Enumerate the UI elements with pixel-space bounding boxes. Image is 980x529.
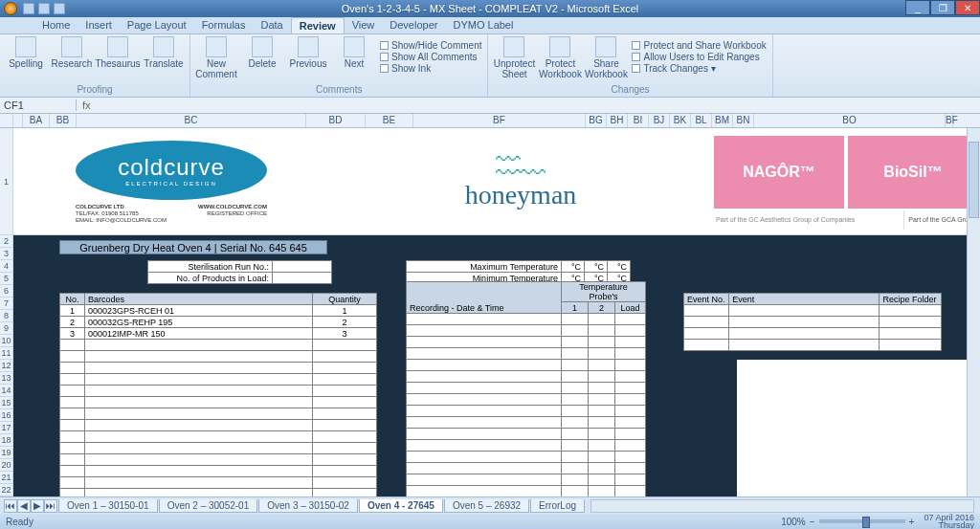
table-row[interactable] xyxy=(407,440,646,452)
column-header[interactable]: BM xyxy=(712,114,733,127)
table-row[interactable] xyxy=(60,466,377,477)
row-header[interactable]: 20 xyxy=(0,459,13,472)
tab-insert[interactable]: Insert xyxy=(78,17,120,33)
table-row[interactable] xyxy=(60,386,377,397)
row-header[interactable]: 5 xyxy=(0,273,13,285)
table-row[interactable]: 3000012IMP-MR 1503 xyxy=(60,328,377,340)
minimize-button[interactable]: _ xyxy=(905,0,930,15)
tab-prev-icon[interactable]: ◀ xyxy=(17,499,31,513)
share-workbook-button[interactable]: Share Workbook xyxy=(586,36,626,79)
maximize-button[interactable]: ❐ xyxy=(930,0,955,15)
column-header[interactable]: BD xyxy=(306,114,366,127)
new-comment-button[interactable]: New Comment xyxy=(196,36,236,79)
sterilisation-value[interactable] xyxy=(273,261,332,273)
row-header[interactable]: 4 xyxy=(0,260,13,273)
row-header[interactable]: 6 xyxy=(0,285,13,298)
row-header[interactable]: 10 xyxy=(0,335,13,347)
column-header[interactable]: BC xyxy=(77,114,306,127)
translate-button[interactable]: Translate xyxy=(144,36,184,69)
allow-edits-option[interactable]: Allow Users to Edit Ranges xyxy=(632,52,766,62)
tab-formulas[interactable]: Formulas xyxy=(194,17,254,33)
table-row[interactable] xyxy=(60,477,377,489)
column-header[interactable]: BJ xyxy=(649,114,670,127)
column-header[interactable]: BI xyxy=(628,114,649,127)
tab-dymo[interactable]: DYMO Label xyxy=(445,17,521,33)
row-header[interactable]: 9 xyxy=(0,322,13,335)
unprotect-sheet-button[interactable]: Unprotect Sheet xyxy=(494,36,534,79)
table-row[interactable] xyxy=(60,420,377,431)
protect-workbook-button[interactable]: Protect Workbook xyxy=(540,36,580,79)
zoom-slider[interactable] xyxy=(819,519,905,523)
table-row[interactable] xyxy=(60,351,377,363)
delete-comment-button[interactable]: Delete xyxy=(242,36,282,79)
showhide-comment-option[interactable]: Show/Hide Comment xyxy=(380,40,481,51)
column-header[interactable]: BB xyxy=(50,114,77,127)
table-row[interactable]: 1000023GPS-RCEH 011 xyxy=(60,305,377,317)
tab-home[interactable]: Home xyxy=(34,17,78,33)
row-header[interactable]: 7 xyxy=(0,298,13,310)
sheet-tab[interactable]: Oven 3 – 30150-02 xyxy=(258,499,358,513)
name-box[interactable]: CF1 xyxy=(0,99,77,111)
select-all-cell[interactable] xyxy=(0,114,13,127)
fx-icon[interactable]: fx xyxy=(77,99,97,111)
column-header[interactable]: BH xyxy=(607,114,628,127)
table-row[interactable] xyxy=(407,314,646,325)
sheet-tab[interactable]: Oven 5 – 26932 xyxy=(444,499,529,513)
row-header[interactable]: 18 xyxy=(0,434,13,447)
tab-view[interactable]: View xyxy=(345,17,383,33)
thesaurus-button[interactable]: Thesaurus xyxy=(98,36,138,69)
tab-developer[interactable]: Developer xyxy=(382,17,445,33)
close-button[interactable]: ✕ xyxy=(955,0,980,15)
column-header[interactable]: BK xyxy=(670,114,691,127)
table-row[interactable] xyxy=(407,360,646,371)
row-header[interactable]: 17 xyxy=(0,422,13,434)
column-header[interactable]: BN xyxy=(733,114,754,127)
table-row[interactable] xyxy=(407,383,646,394)
showall-comments-option[interactable]: Show All Comments xyxy=(380,52,481,62)
column-header[interactable]: BL xyxy=(691,114,712,127)
column-header[interactable]: BG xyxy=(586,114,607,127)
next-comment-button[interactable]: Next xyxy=(334,36,374,79)
horizontal-scrollbar[interactable] xyxy=(590,499,974,513)
sheet-tab[interactable]: ErrorLog xyxy=(530,499,585,513)
row-header[interactable]: 15 xyxy=(0,397,13,409)
table-row[interactable] xyxy=(60,454,377,466)
zoom-out-icon[interactable]: − xyxy=(810,517,815,527)
table-row[interactable] xyxy=(407,463,646,474)
tab-review[interactable]: Review xyxy=(291,17,345,33)
row-header[interactable]: 3 xyxy=(0,248,13,260)
tab-next-icon[interactable]: ▶ xyxy=(31,499,44,513)
table-row[interactable] xyxy=(60,408,377,420)
table-row[interactable] xyxy=(407,406,646,417)
table-row[interactable] xyxy=(60,397,377,408)
tab-data[interactable]: Data xyxy=(253,17,290,33)
table-row[interactable] xyxy=(60,443,377,454)
products-value[interactable] xyxy=(273,273,332,284)
sheet-content[interactable]: coldcurve ELECTRICAL DESIGN COLDCURVE LT… xyxy=(13,128,980,511)
spelling-button[interactable]: Spelling xyxy=(6,36,46,69)
tab-page-layout[interactable]: Page Layout xyxy=(120,17,194,33)
table-row[interactable] xyxy=(407,325,646,337)
column-header[interactable]: BF xyxy=(413,114,586,127)
row-header[interactable]: 8 xyxy=(0,310,13,322)
sheet-tab[interactable]: Oven 4 - 27645 xyxy=(359,499,443,513)
column-header[interactable]: BA xyxy=(23,114,50,127)
table-row[interactable]: 2000032GS-REHP 1952 xyxy=(60,317,377,328)
sheet-tab[interactable]: Oven 2 – 30052-01 xyxy=(159,499,258,513)
table-row[interactable] xyxy=(407,429,646,440)
table-row[interactable] xyxy=(60,431,377,443)
row-header[interactable]: 1 xyxy=(0,128,13,235)
column-header[interactable]: BO xyxy=(754,114,946,127)
sheet-tab[interactable]: Oven 1 – 30150-01 xyxy=(58,499,158,513)
showink-option[interactable]: Show Ink xyxy=(380,63,481,74)
row-header[interactable]: 13 xyxy=(0,372,13,385)
protect-share-option[interactable]: Protect and Share Workbook xyxy=(632,40,766,51)
vertical-scrollbar[interactable] xyxy=(967,128,980,496)
table-row[interactable] xyxy=(60,340,377,351)
row-header[interactable]: 11 xyxy=(0,347,13,360)
table-row[interactable] xyxy=(407,337,646,348)
table-row[interactable] xyxy=(407,474,646,486)
research-button[interactable]: Research xyxy=(52,36,92,69)
table-row[interactable] xyxy=(407,394,646,406)
track-changes-option[interactable]: Track Changes ▾ xyxy=(632,63,766,74)
